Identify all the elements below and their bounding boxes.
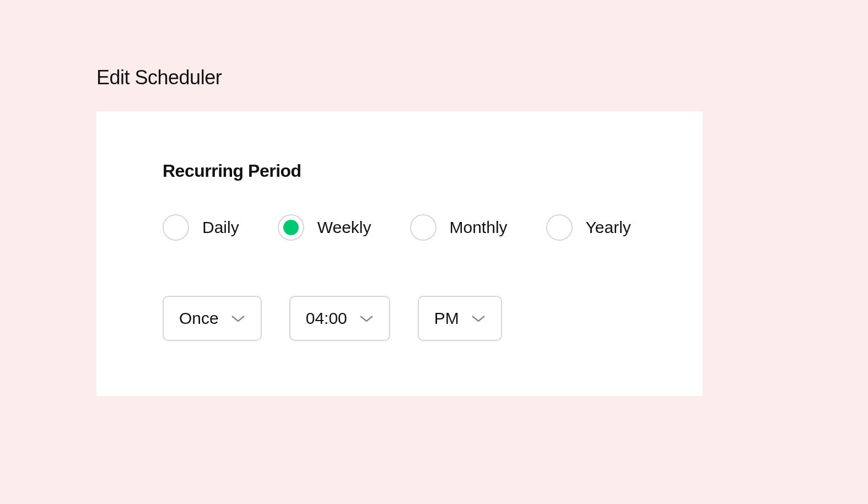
time-dropdown[interactable]: 04:00 <box>289 296 390 341</box>
scheduler-panel: Recurring Period Daily Weekly Monthly Ye… <box>96 111 703 396</box>
frequency-dropdown[interactable]: Once <box>163 296 262 341</box>
meridiem-dropdown[interactable]: PM <box>418 296 502 341</box>
radio-icon <box>163 214 189 241</box>
radio-icon <box>546 214 573 241</box>
chevron-down-icon <box>359 314 374 323</box>
chevron-down-icon <box>471 314 486 323</box>
period-label: Daily <box>202 218 239 237</box>
period-option-weekly[interactable]: Weekly <box>278 214 371 241</box>
page-title: Edit Scheduler <box>96 66 868 89</box>
recurring-period-heading: Recurring Period <box>163 161 637 181</box>
period-radio-group: Daily Weekly Monthly Yearly <box>163 214 637 241</box>
radio-icon <box>410 214 436 241</box>
period-label: Weekly <box>317 218 371 237</box>
period-option-yearly[interactable]: Yearly <box>546 214 631 241</box>
period-label: Yearly <box>586 218 631 237</box>
period-label: Monthly <box>450 218 508 237</box>
meridiem-value: PM <box>434 309 459 328</box>
time-dropdown-row: Once 04:00 PM <box>163 296 637 341</box>
time-value: 04:00 <box>306 309 347 328</box>
period-option-daily[interactable]: Daily <box>163 214 239 241</box>
frequency-value: Once <box>179 309 219 328</box>
chevron-down-icon <box>231 314 245 323</box>
radio-icon <box>278 214 304 241</box>
period-option-monthly[interactable]: Monthly <box>410 214 508 241</box>
